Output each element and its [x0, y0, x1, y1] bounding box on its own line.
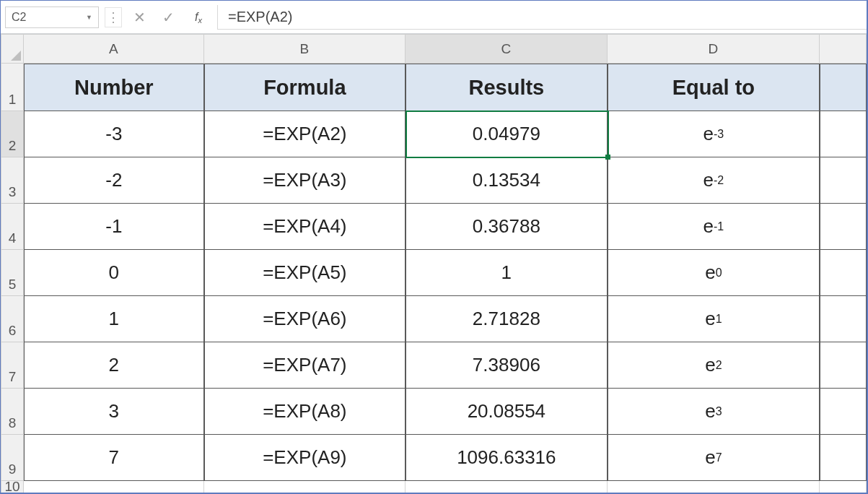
grid[interactable]: NumberFormulaResultsEqual to-3=EXP(A2)0.… [24, 64, 867, 493]
column-header[interactable]: C [405, 34, 608, 64]
table-cell[interactable]: e3 [608, 389, 820, 435]
formula-bar: C2 ▼ ⋮ ✕ ✓ fx =EXP(A2) [1, 1, 867, 34]
table-cell[interactable]: =EXP(A3) [204, 157, 406, 204]
row-header[interactable]: 4 [1, 204, 24, 250]
row-header-column: 12345678910 [1, 64, 24, 493]
dropdown-icon: ▼ [86, 14, 92, 21]
cell[interactable] [24, 481, 204, 494]
svg-marker-0 [11, 51, 21, 61]
table-cell[interactable]: 1 [405, 250, 608, 296]
cell[interactable] [820, 481, 867, 494]
table-cell[interactable]: e1 [608, 296, 820, 342]
row-header[interactable]: 5 [1, 250, 24, 296]
cell[interactable] [820, 157, 867, 204]
table-header-cell[interactable]: Formula [204, 64, 406, 111]
column-header[interactable] [820, 34, 867, 64]
table-header-cell[interactable]: Number [24, 64, 204, 111]
name-box[interactable]: C2 ▼ [5, 6, 99, 28]
table-header-cell[interactable]: Results [405, 64, 608, 111]
table-cell[interactable]: 0.04979 [405, 111, 608, 157]
table-cell[interactable]: =EXP(A6) [204, 296, 406, 342]
formula-text: =EXP(A2) [228, 9, 292, 25]
column-header[interactable]: B [204, 34, 406, 64]
table-cell[interactable]: 7.38906 [405, 342, 608, 389]
row-header[interactable]: 7 [1, 342, 24, 389]
table-header-cell[interactable]: Equal to [608, 64, 820, 111]
table-cell[interactable]: =EXP(A5) [204, 250, 406, 296]
table-cell[interactable]: e7 [608, 435, 820, 481]
cell[interactable] [820, 342, 867, 389]
table-cell[interactable]: =EXP(A2) [204, 111, 406, 157]
table-cell[interactable]: 2 [24, 342, 204, 389]
table-cell[interactable]: 0 [24, 250, 204, 296]
table-cell[interactable]: -1 [24, 204, 204, 250]
table-cell[interactable]: 1096.63316 [405, 435, 608, 481]
row-header[interactable]: 8 [1, 389, 24, 435]
cell[interactable] [820, 296, 867, 342]
column-header[interactable]: D [608, 34, 820, 64]
table-cell[interactable]: 20.08554 [405, 389, 608, 435]
row-header[interactable]: 2 [1, 111, 24, 157]
table-cell[interactable]: e-1 [608, 204, 820, 250]
row-header[interactable]: 6 [1, 296, 24, 342]
row-header[interactable]: 9 [1, 435, 24, 481]
table-cell[interactable]: -3 [24, 111, 204, 157]
table-cell[interactable]: 3 [24, 389, 204, 435]
formula-input[interactable]: =EXP(A2) [217, 5, 867, 30]
cell[interactable] [820, 64, 867, 111]
enter-icon[interactable]: ✓ [157, 7, 180, 27]
cell[interactable] [820, 389, 867, 435]
row-header[interactable]: 3 [1, 157, 24, 204]
table-cell[interactable]: e0 [608, 250, 820, 296]
table-cell[interactable]: =EXP(A4) [204, 204, 406, 250]
app-frame: C2 ▼ ⋮ ✕ ✓ fx =EXP(A2) ABCD 12345678910 … [0, 0, 868, 494]
table-cell[interactable]: e-2 [608, 157, 820, 204]
cell[interactable] [405, 481, 608, 494]
table-cell[interactable]: =EXP(A7) [204, 342, 406, 389]
column-header[interactable]: A [24, 34, 204, 64]
table-cell[interactable]: =EXP(A9) [204, 435, 406, 481]
cell[interactable] [608, 481, 820, 494]
cell[interactable] [820, 111, 867, 157]
select-all-corner[interactable] [1, 34, 24, 64]
table-cell[interactable]: =EXP(A8) [204, 389, 406, 435]
row-header[interactable]: 10 [1, 481, 24, 494]
cancel-icon[interactable]: ✕ [128, 7, 151, 27]
fx-icon[interactable]: fx [185, 7, 211, 27]
table-cell[interactable]: 1 [24, 296, 204, 342]
table-cell[interactable]: e-3 [608, 111, 820, 157]
cell[interactable] [820, 435, 867, 481]
table-cell[interactable]: 2.71828 [405, 296, 608, 342]
column-header-row: ABCD [24, 34, 867, 64]
cell[interactable] [820, 250, 867, 296]
sheet: ABCD 12345678910 NumberFormulaResultsEqu… [1, 34, 867, 493]
table-cell[interactable]: 7 [24, 435, 204, 481]
cell[interactable] [204, 481, 406, 494]
row-header[interactable]: 1 [1, 64, 24, 111]
name-box-value: C2 [12, 11, 26, 24]
table-cell[interactable]: -2 [24, 157, 204, 204]
name-box-options-button[interactable]: ⋮ [105, 7, 122, 27]
cell[interactable] [820, 204, 867, 250]
table-cell[interactable]: 0.36788 [405, 204, 608, 250]
table-cell[interactable]: 0.13534 [405, 157, 608, 204]
table-cell[interactable]: e2 [608, 342, 820, 389]
